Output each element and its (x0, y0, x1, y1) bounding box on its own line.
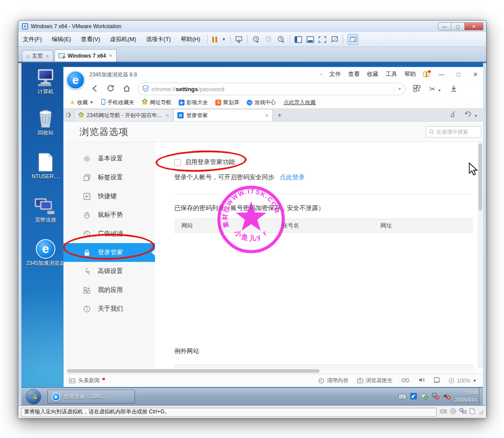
browser-menu-tools[interactable]: 工具 (386, 70, 397, 78)
desktop-icon-recycle-bin[interactable]: 回收站 (25, 108, 66, 136)
vmware-menu-tabs[interactable]: 选项卡(T) (146, 35, 171, 43)
scrollbar-thumb[interactable] (479, 143, 482, 211)
refresh-button[interactable] (105, 84, 115, 93)
vertical-scrollbar[interactable] (478, 142, 483, 368)
vmware-menu-view[interactable]: 查看(V) (81, 35, 100, 43)
pause-dropdown-caret-icon[interactable]: ▼ (222, 37, 226, 42)
vmware-menu-edit[interactable]: 编辑(E) (52, 35, 71, 43)
hard-disk-icon[interactable] (440, 408, 447, 416)
bookmark-juhuasuan[interactable]: 淘 聚划算 (215, 99, 239, 106)
close-icon[interactable]: ✕ (166, 113, 169, 118)
sidebar-item-shortcuts[interactable]: 快捷键 (63, 187, 155, 206)
close-icon[interactable]: ✕ (265, 113, 269, 118)
browser-menu-help[interactable]: 帮助 (404, 70, 416, 78)
take-snapshot-button[interactable] (252, 35, 260, 43)
eye-protect-button[interactable] (401, 378, 410, 384)
bookmark-site-nav[interactable]: 网址导航 (142, 99, 171, 106)
zoom-caret-icon[interactable]: ▼ (473, 379, 477, 383)
vmware-close-button[interactable]: ✕ (465, 22, 483, 30)
browser-menu-file[interactable]: 文件 (329, 70, 341, 78)
sidebar-item-tabs[interactable]: 标签设置 (63, 168, 155, 187)
apps-grid-button[interactable] (412, 85, 422, 93)
vmware-tab-vm[interactable]: Windows 7 x64 ✕ (55, 49, 116, 62)
pause-vm-button[interactable] (212, 37, 217, 42)
fullscreen-button[interactable] (319, 36, 326, 43)
browser-menu-favorites[interactable]: 收藏 (367, 70, 378, 78)
bookmark-game-center[interactable]: •• 游戏中心 (247, 99, 276, 106)
address-dropdown-caret-icon[interactable]: ▼ (394, 84, 405, 93)
sidebar-item-advanced[interactable]: 高级设置 (63, 262, 155, 281)
close-icon[interactable]: ✕ (46, 54, 49, 59)
show-desktop-button[interactable] (479, 388, 483, 405)
browser-doctor-button[interactable]: 浏览器医生 (357, 377, 392, 384)
vmware-maximize-button[interactable]: ▢ (451, 22, 465, 30)
menu-collapse-chevron-icon[interactable]: › (320, 71, 322, 77)
home-button[interactable] (122, 85, 131, 93)
mute-button[interactable] (419, 377, 425, 384)
address-bar[interactable]: chrome://settings/password ▼ (138, 83, 406, 95)
desktop-icon-ntuser-file[interactable]: NTUSER.... (25, 152, 66, 180)
import-favorites-link[interactable]: 点此导入收藏 (283, 99, 315, 106)
tray-security-icon[interactable] (421, 393, 428, 401)
desktop-icon-computer[interactable]: 计算机 (25, 67, 66, 95)
sidebar-item-about[interactable]: 关于我们 (63, 299, 155, 318)
browser-close-button[interactable]: ✕ (470, 71, 480, 78)
sidebar-item-my-apps[interactable]: 我的应用 (63, 281, 155, 299)
browser-minimize-button[interactable]: — (437, 71, 446, 78)
vmware-menu-vm[interactable]: 虚拟机(M) (110, 35, 136, 43)
show-library-view-button[interactable] (294, 36, 302, 43)
tray-2345-app-icon[interactable] (410, 393, 417, 401)
taskbar-button-browser[interactable]: e 登录管家 - 2345... (47, 390, 135, 404)
taskbar-clock[interactable]: 23:04 2018/4/14 (455, 389, 477, 404)
browser-maximize-button[interactable]: □ (454, 71, 463, 78)
favorites-caret-icon[interactable]: ▼ (90, 100, 94, 105)
clean-memory-button[interactable]: 清理内存 (318, 377, 348, 384)
search-input[interactable] (436, 129, 475, 135)
show-thumbnail-bar-button[interactable] (307, 36, 314, 43)
sidebar-item-mouse-gestures[interactable]: 鼠标手势 (63, 206, 155, 224)
bookmark-mobile-favorites[interactable]: 手机收藏夹 (101, 99, 134, 106)
browser-tab-1[interactable]: 2345网址导航 - 开创中国百年... ✕ (74, 109, 173, 121)
enable-login-manager-checkbox[interactable] (174, 159, 181, 166)
headline-news-button[interactable]: 头条新闻 (69, 377, 105, 384)
vm-network-icon[interactable] (459, 408, 466, 416)
desktop-icon-2345-browser[interactable]: e 2345加速浏览器 (25, 238, 66, 266)
revert-snapshot-button[interactable] (265, 35, 273, 43)
desktop-icon-broadband[interactable]: 宽带连接 (25, 195, 66, 223)
sidebar-item-login-manager[interactable]: 登录管家 (63, 243, 155, 262)
vmware-menu-help[interactable]: 帮助(H) (181, 35, 200, 43)
sidebar-item-basic[interactable]: 基本设置 (63, 149, 155, 168)
input-method-keyboard-icon[interactable] (399, 393, 406, 401)
login-here-link[interactable]: 点此登录 (280, 173, 305, 181)
gift-icon[interactable] (423, 72, 429, 77)
bookmark-favorites[interactable]: ★ 收藏 ▼ (70, 99, 93, 106)
browser-menu-view[interactable]: 查看 (348, 70, 360, 78)
tab-expander-icon[interactable]: |❯ (66, 112, 71, 118)
options-search-box[interactable] (426, 126, 481, 138)
notes-page-icon[interactable] (470, 408, 475, 416)
back-button[interactable] (89, 85, 99, 93)
vmware-tab-home[interactable]: ⌂ 主页 ✕ (22, 50, 53, 62)
volume-muted-icon[interactable] (443, 393, 451, 401)
download-button[interactable] (449, 85, 458, 93)
cd-rom-icon[interactable] (450, 408, 456, 416)
clean-broom-icon[interactable] (450, 111, 457, 119)
vmware-menu-file[interactable]: 文件(F) (23, 35, 42, 43)
send-ctrl-alt-del-button[interactable] (235, 36, 243, 43)
bookmark-video[interactable]: ▶ 影视大全 (179, 99, 208, 106)
horizontal-scrollbar[interactable] (63, 368, 478, 374)
new-tab-button[interactable]: ＋ (276, 111, 283, 119)
screenshot-scissors-button[interactable]: ✂ ▼ (428, 85, 442, 93)
sidebar-item-ad-filter[interactable]: 广告过滤 (63, 224, 155, 243)
page-mode-button[interactable] (434, 377, 440, 384)
sidebar-panel-toggle-button[interactable] (348, 34, 358, 45)
start-button[interactable] (26, 389, 41, 404)
vmware-minimize-button[interactable]: — (438, 22, 451, 30)
tray-network-error-icon[interactable] (432, 393, 439, 401)
undo-closed-tab-icon[interactable]: ▼ (465, 111, 478, 119)
snapshot-manager-button[interactable] (277, 35, 285, 43)
scrollbar-thumb[interactable] (67, 369, 319, 373)
resize-grip[interactable] (478, 409, 483, 415)
zoom-control[interactable]: 100% ▼ (449, 378, 477, 384)
browser-tab-2-active[interactable]: ✿ 登录管家 ✕ (173, 109, 273, 121)
